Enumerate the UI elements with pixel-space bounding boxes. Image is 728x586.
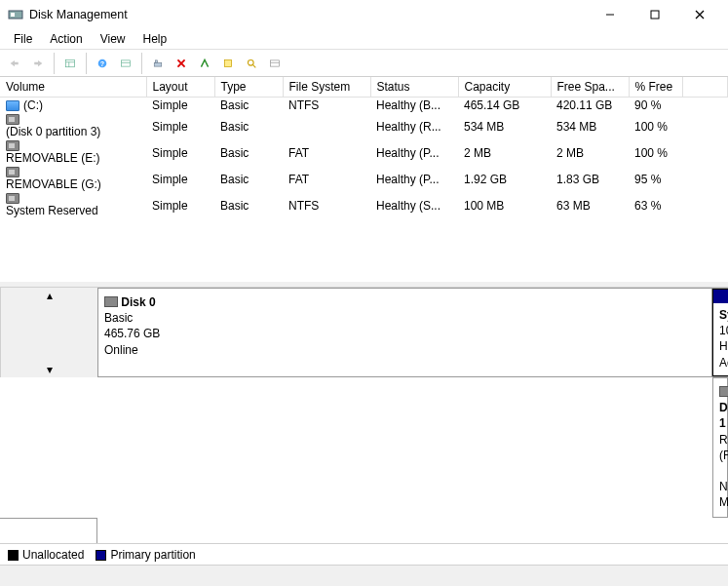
svg-rect-15 [154, 62, 162, 66]
menu-help[interactable]: Help [135, 30, 175, 48]
partition-sub: 100 MB NTFS [719, 323, 728, 338]
svg-line-21 [252, 64, 255, 67]
table-row[interactable]: System ReservedSimpleBasicNTFSHealthy (S… [0, 192, 728, 218]
partition[interactable]: System Reserved100 MB NTFSHealthy (Syste… [712, 289, 728, 376]
svg-rect-16 [156, 59, 158, 62]
volume-icon [6, 114, 19, 125]
svg-point-20 [248, 59, 253, 65]
col-layout[interactable]: Layout [146, 77, 214, 98]
toolbar-sep [141, 53, 142, 74]
maximize-button[interactable] [632, 0, 677, 29]
window-title: Disk Management [29, 8, 588, 21]
disk-body [0, 518, 97, 544]
toolbar-sep [86, 53, 87, 74]
legend-primary: Primary partition [96, 548, 195, 562]
volume-icon [6, 140, 19, 151]
volume-icon [6, 100, 19, 111]
col-extra[interactable] [682, 77, 728, 98]
disk-info-line: 465.76 GB [104, 327, 160, 340]
scroll-down-icon[interactable]: ▾ [1, 362, 97, 377]
disk-header[interactable]: Disk 0Basic465.76 GBOnline [97, 288, 712, 377]
close-button[interactable] [677, 0, 722, 29]
properties-button[interactable] [147, 53, 169, 74]
back-button[interactable] [4, 53, 25, 74]
action3-button[interactable] [241, 53, 262, 74]
menu-view[interactable]: View [93, 30, 134, 48]
svg-text:?: ? [100, 59, 104, 67]
disk-title: Disk 1 [719, 401, 728, 430]
disk-header[interactable]: Disk 1Removable (F:)No Media [712, 377, 728, 518]
legend-unallocated-label: Unallocated [22, 548, 84, 562]
svg-rect-8 [66, 59, 75, 67]
diskmap-scrollbar[interactable]: ▴▾ [0, 288, 97, 377]
column-headers[interactable]: Volume Layout Type File System Status Ca… [0, 77, 728, 98]
disk-title: Disk 0 [121, 295, 155, 309]
minimize-button[interactable] [588, 0, 632, 29]
volume-icon [6, 167, 19, 177]
svg-rect-7 [34, 61, 38, 64]
volume-icon [6, 193, 19, 204]
svg-rect-1 [11, 13, 15, 17]
refresh-button[interactable] [115, 53, 136, 74]
partition-stripe [713, 290, 728, 303]
svg-rect-6 [15, 61, 19, 64]
disk-info-line: No Media [719, 480, 728, 509]
action2-button[interactable] [217, 53, 239, 74]
menu-action[interactable]: Action [42, 30, 90, 48]
legend: Unallocated Primary partition [0, 543, 728, 565]
partition-title: System Reserved [719, 307, 728, 323]
views-button[interactable] [59, 53, 81, 74]
delete-button[interactable] [171, 53, 192, 74]
col-freespace[interactable]: Free Spa... [551, 77, 629, 98]
table-row[interactable]: REMOVABLE (G:)SimpleBasicFATHealthy (P..… [0, 166, 728, 192]
disk-info-line: Removable (F:) [719, 433, 728, 462]
disk-info-line: Online [104, 343, 138, 357]
svg-rect-19 [224, 59, 231, 66]
col-status[interactable]: Status [370, 77, 458, 98]
menubar: File Action View Help [0, 29, 728, 50]
col-filesystem[interactable]: File System [283, 77, 370, 98]
disk-body: System Reserved100 MB NTFSHealthy (Syste… [712, 288, 728, 377]
action4-button[interactable] [264, 53, 286, 74]
titlebar: Disk Management [0, 0, 728, 29]
forward-button[interactable] [27, 53, 49, 74]
svg-rect-3 [651, 11, 659, 19]
disk-info-line: Basic [104, 311, 133, 325]
disk-map: Disk 0Basic465.76 GBOnlineSystem Reserve… [0, 287, 728, 543]
table-row[interactable]: REMOVABLE (E:)SimpleBasicFATHealthy (P..… [0, 139, 728, 166]
help-button[interactable]: ? [92, 53, 113, 74]
toolbar: ? [0, 50, 728, 77]
table-row[interactable]: (C:)SimpleBasicNTFSHealthy (B...465.14 G… [0, 98, 728, 114]
legend-primary-label: Primary partition [110, 548, 195, 562]
col-capacity[interactable]: Capacity [458, 77, 551, 98]
table-row[interactable]: (Disk 0 partition 3)SimpleBasicHealthy (… [0, 113, 728, 139]
volume-list[interactable]: Volume Layout Type File System Status Ca… [0, 77, 728, 287]
app-icon [8, 7, 23, 22]
disk-icon [719, 386, 728, 397]
col-pctfree[interactable]: % Free [629, 77, 682, 98]
menu-file[interactable]: File [6, 30, 40, 48]
col-type[interactable]: Type [214, 77, 283, 98]
svg-rect-13 [122, 59, 131, 65]
action1-button[interactable] [194, 53, 215, 74]
toolbar-sep [54, 53, 55, 74]
svg-rect-22 [271, 59, 280, 65]
col-volume[interactable]: Volume [0, 77, 146, 98]
disk-icon [104, 296, 118, 307]
legend-unallocated: Unallocated [8, 548, 84, 562]
scroll-up-icon[interactable]: ▴ [1, 288, 97, 303]
partition-status: Healthy (System, Ac [719, 338, 728, 370]
status-bar [0, 565, 728, 586]
